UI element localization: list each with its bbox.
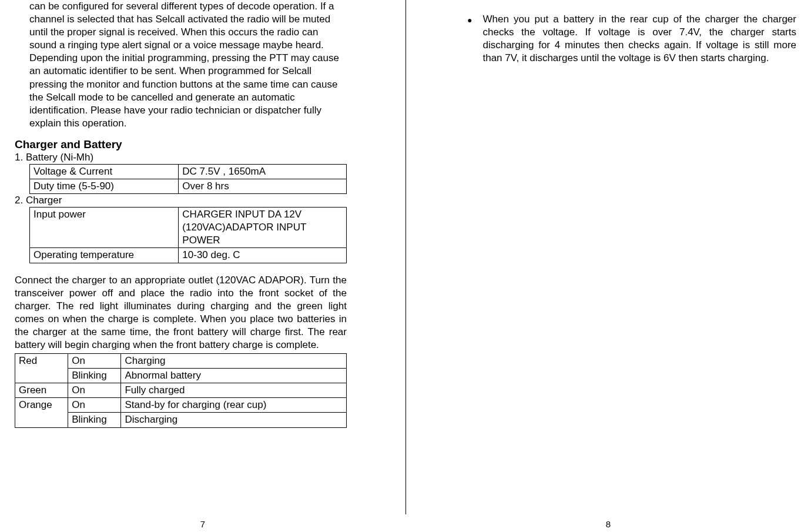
intro-paragraph: can be configured for several different … [15,0,347,130]
bullet-item: ● When you put a battery in the rear cup… [464,13,796,65]
charger-temp-label: Operating temperature [30,248,179,263]
led-red-label: Red [15,354,68,383]
bullet-text: When you put a battery in the rear cup o… [482,13,796,65]
charger-temp-value: 10-30 deg. C [179,248,347,263]
led-red-on: On [68,354,121,369]
charger-battery-title: Charger and Battery [15,138,347,151]
led-red-blinking-status: Abnormal battery [121,369,347,383]
led-table: Red On Charging Blinking Abnormal batter… [15,353,347,427]
battery-duty-label: Duty time (5-5-90) [30,179,179,194]
battery-duty-value: Over 8 hrs [179,179,347,194]
battery-voltage-value: DC 7.5V , 1650mA [179,164,347,179]
table-row: Red On Charging [15,354,347,369]
connect-paragraph: Connect the charger to an appropriate ou… [15,274,347,352]
table-row: Voltage & Current DC 7.5V , 1650mA [30,164,347,179]
page-number-right: 8 [606,519,611,529]
led-orange-label: Orange [15,398,68,427]
led-green-on-status: Fully charged [121,383,347,398]
led-green-on: On [68,383,121,398]
charger-label: 2. Charger [15,195,347,206]
table-row: Operating temperature 10-30 deg. C [30,248,347,263]
led-orange-blinking: Blinking [68,413,121,427]
charger-input-label: Input power [30,208,179,248]
page-left: can be configured for several different … [0,0,406,532]
battery-label: 1. Battery (Ni-Mh) [15,152,347,163]
led-red-on-status: Charging [121,354,347,369]
table-row: Duty time (5-5-90) Over 8 hrs [30,179,347,194]
led-orange-on-status: Stand-by for charging (rear cup) [121,398,347,413]
led-green-label: Green [15,383,68,398]
led-orange-blinking-status: Discharging [121,413,347,427]
led-red-blinking: Blinking [68,369,121,383]
bullet-icon: ● [467,15,472,65]
table-row: Green On Fully charged [15,383,347,398]
charger-table: Input power CHARGER INPUT DA 12V (120VAC… [29,207,347,263]
page-right: ● When you put a battery in the rear cup… [406,0,811,532]
page-number-left: 7 [200,519,205,529]
table-row: Orange On Stand-by for charging (rear cu… [15,398,347,413]
led-orange-on: On [68,398,121,413]
battery-voltage-label: Voltage & Current [30,164,179,179]
charger-input-value: CHARGER INPUT DA 12V (120VAC)ADAPTOR INP… [179,208,347,248]
table-row: Input power CHARGER INPUT DA 12V (120VAC… [30,208,347,248]
battery-table: Voltage & Current DC 7.5V , 1650mA Duty … [29,164,347,194]
